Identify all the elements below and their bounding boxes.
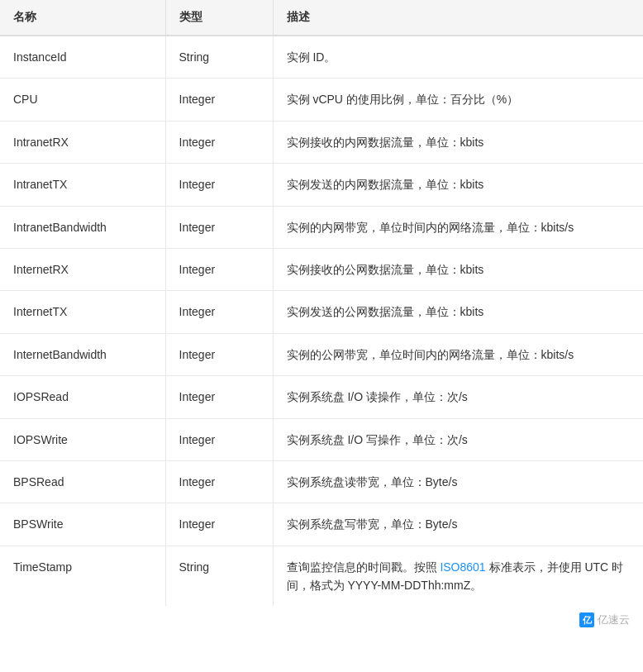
- cell-desc: 实例系统盘读带宽，单位：Byte/s: [273, 460, 643, 503]
- cell-type: Integer: [165, 79, 273, 121]
- cell-desc: 实例系统盘写带宽，单位：Byte/s: [273, 503, 643, 546]
- cell-desc: 实例发送的公网数据流量，单位：kbits: [273, 291, 643, 333]
- watermark: 亿 亿速云: [0, 606, 643, 634]
- cell-name: InternetBandwidth: [0, 333, 165, 375]
- table-header-row: 名称 类型 描述: [0, 0, 643, 36]
- cell-type: String: [165, 546, 273, 606]
- table-row: IntranetTXInteger实例发送的内网数据流量，单位：kbits: [0, 164, 643, 206]
- cell-type: Integer: [165, 503, 273, 546]
- cell-name: BPSRead: [0, 460, 165, 503]
- cell-desc: 实例的公网带宽，单位时间内的网络流量，单位：kbits/s: [273, 333, 643, 375]
- cell-name: CPU: [0, 79, 165, 121]
- data-table: 名称 类型 描述 InstanceIdString实例 ID。CPUIntege…: [0, 0, 643, 606]
- table-row: IOPSWriteInteger实例系统盘 I/O 写操作，单位：次/s: [0, 418, 643, 460]
- table-row: InternetTXInteger实例发送的公网数据流量，单位：kbits: [0, 291, 643, 333]
- table-row: BPSReadInteger实例系统盘读带宽，单位：Byte/s: [0, 460, 643, 503]
- cell-name: IOPSWrite: [0, 418, 165, 460]
- cell-type: Integer: [165, 418, 273, 460]
- cell-name: IntranetBandwidth: [0, 206, 165, 248]
- watermark-icon: 亿: [579, 612, 594, 627]
- desc-text: 查询监控信息的时间戳。按照: [287, 560, 441, 574]
- cell-name: IOPSRead: [0, 376, 165, 418]
- table-row: IntranetBandwidthInteger实例的内网带宽，单位时间内的网络…: [0, 206, 643, 248]
- table-row: InternetBandwidthInteger实例的公网带宽，单位时间内的网络…: [0, 333, 643, 375]
- cell-type: Integer: [165, 376, 273, 418]
- table-row: CPUInteger实例 vCPU 的使用比例，单位：百分比（%）: [0, 79, 643, 121]
- table-row: InternetRXInteger实例接收的公网数据流量，单位：kbits: [0, 248, 643, 290]
- cell-desc: 查询监控信息的时间戳。按照 ISO8601 标准表示，并使用 UTC 时间，格式…: [273, 546, 643, 606]
- watermark-text: 亿速云: [598, 612, 630, 627]
- cell-desc: 实例系统盘 I/O 读操作，单位：次/s: [273, 376, 643, 418]
- table-row: IOPSReadInteger实例系统盘 I/O 读操作，单位：次/s: [0, 376, 643, 418]
- cell-type: Integer: [165, 460, 273, 503]
- cell-name: InstanceId: [0, 36, 165, 79]
- cell-desc: 实例系统盘 I/O 写操作，单位：次/s: [273, 418, 643, 460]
- cell-type: Integer: [165, 164, 273, 206]
- header-desc: 描述: [273, 0, 643, 36]
- cell-type: Integer: [165, 248, 273, 290]
- cell-type: Integer: [165, 206, 273, 248]
- cell-type: Integer: [165, 333, 273, 375]
- cell-name: IntranetTX: [0, 164, 165, 206]
- table-row: InstanceIdString实例 ID。: [0, 36, 643, 79]
- cell-type: String: [165, 36, 273, 79]
- cell-desc: 实例接收的内网数据流量，单位：kbits: [273, 121, 643, 163]
- cell-name: InternetRX: [0, 248, 165, 290]
- cell-desc: 实例 vCPU 的使用比例，单位：百分比（%）: [273, 79, 643, 121]
- cell-type: Integer: [165, 291, 273, 333]
- cell-name: TimeStamp: [0, 546, 165, 606]
- cell-name: BPSWrite: [0, 503, 165, 546]
- desc-link[interactable]: ISO8601: [440, 560, 485, 574]
- table-row: TimeStampString查询监控信息的时间戳。按照 ISO8601 标准表…: [0, 546, 643, 606]
- cell-name: IntranetRX: [0, 121, 165, 163]
- cell-desc: 实例发送的内网数据流量，单位：kbits: [273, 164, 643, 206]
- cell-desc: 实例的内网带宽，单位时间内的网络流量，单位：kbits/s: [273, 206, 643, 248]
- cell-type: Integer: [165, 121, 273, 163]
- cell-desc: 实例接收的公网数据流量，单位：kbits: [273, 248, 643, 290]
- header-type: 类型: [165, 0, 273, 36]
- cell-name: InternetTX: [0, 291, 165, 333]
- header-name: 名称: [0, 0, 165, 36]
- cell-desc: 实例 ID。: [273, 36, 643, 79]
- table-row: IntranetRXInteger实例接收的内网数据流量，单位：kbits: [0, 121, 643, 163]
- table-row: BPSWriteInteger实例系统盘写带宽，单位：Byte/s: [0, 503, 643, 546]
